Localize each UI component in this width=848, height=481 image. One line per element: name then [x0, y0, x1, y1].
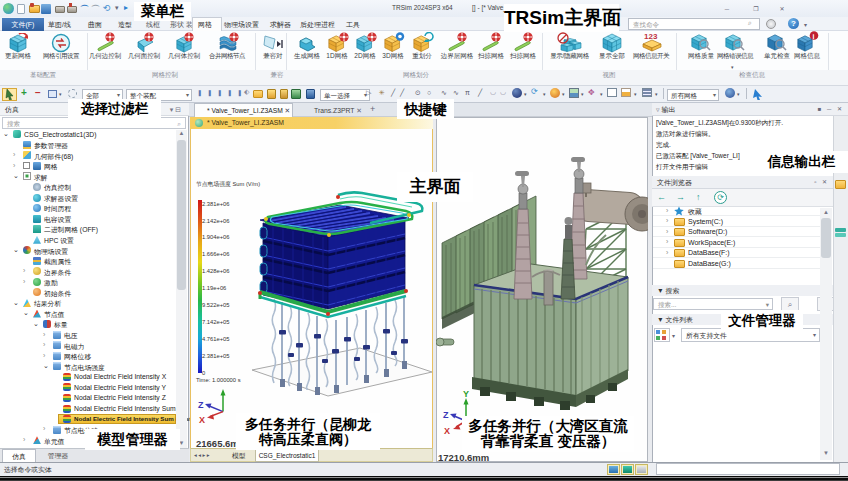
- svg-text:i: i: [813, 33, 815, 40]
- svg-text:123: 123: [644, 32, 658, 41]
